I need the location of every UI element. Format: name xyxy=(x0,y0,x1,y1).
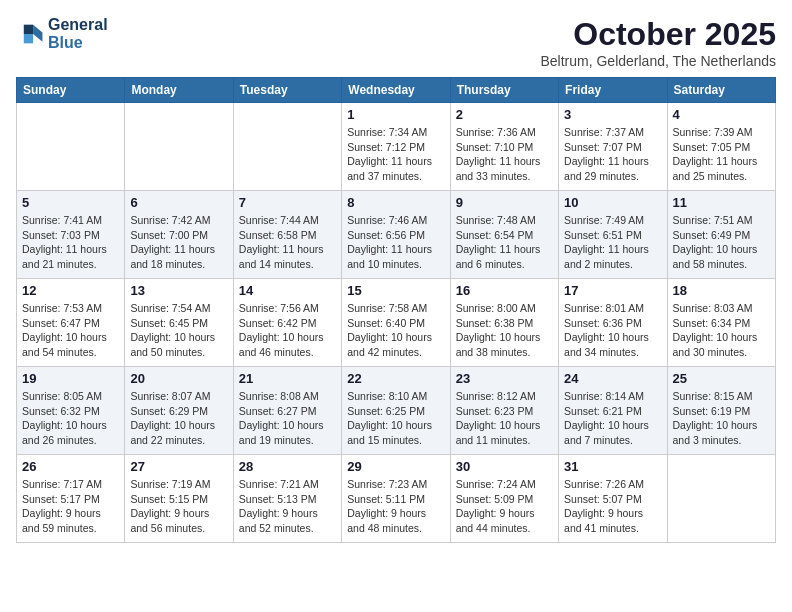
day-info: Sunrise: 7:34 AMSunset: 7:12 PMDaylight:… xyxy=(347,125,444,184)
page-header: General Blue October 2025 Beltrum, Gelde… xyxy=(16,16,776,69)
calendar-cell: 13Sunrise: 7:54 AMSunset: 6:45 PMDayligh… xyxy=(125,279,233,367)
day-number: 3 xyxy=(564,107,661,122)
day-number: 28 xyxy=(239,459,336,474)
subtitle: Beltrum, Gelderland, The Netherlands xyxy=(540,53,776,69)
day-number: 30 xyxy=(456,459,553,474)
col-header-tuesday: Tuesday xyxy=(233,78,341,103)
day-info: Sunrise: 8:15 AMSunset: 6:19 PMDaylight:… xyxy=(673,389,770,448)
day-number: 6 xyxy=(130,195,227,210)
calendar-cell: 26Sunrise: 7:17 AMSunset: 5:17 PMDayligh… xyxy=(17,455,125,543)
calendar-week-3: 12Sunrise: 7:53 AMSunset: 6:47 PMDayligh… xyxy=(17,279,776,367)
calendar-cell: 9Sunrise: 7:48 AMSunset: 6:54 PMDaylight… xyxy=(450,191,558,279)
day-info: Sunrise: 8:01 AMSunset: 6:36 PMDaylight:… xyxy=(564,301,661,360)
day-number: 22 xyxy=(347,371,444,386)
calendar-cell: 24Sunrise: 8:14 AMSunset: 6:21 PMDayligh… xyxy=(559,367,667,455)
svg-marker-3 xyxy=(24,34,33,43)
calendar-cell: 14Sunrise: 7:56 AMSunset: 6:42 PMDayligh… xyxy=(233,279,341,367)
day-info: Sunrise: 7:24 AMSunset: 5:09 PMDaylight:… xyxy=(456,477,553,536)
calendar-cell: 28Sunrise: 7:21 AMSunset: 5:13 PMDayligh… xyxy=(233,455,341,543)
day-info: Sunrise: 7:54 AMSunset: 6:45 PMDaylight:… xyxy=(130,301,227,360)
day-number: 29 xyxy=(347,459,444,474)
day-info: Sunrise: 7:48 AMSunset: 6:54 PMDaylight:… xyxy=(456,213,553,272)
day-number: 14 xyxy=(239,283,336,298)
day-number: 25 xyxy=(673,371,770,386)
calendar-cell: 19Sunrise: 8:05 AMSunset: 6:32 PMDayligh… xyxy=(17,367,125,455)
day-info: Sunrise: 7:41 AMSunset: 7:03 PMDaylight:… xyxy=(22,213,119,272)
day-info: Sunrise: 7:21 AMSunset: 5:13 PMDaylight:… xyxy=(239,477,336,536)
day-number: 1 xyxy=(347,107,444,122)
day-info: Sunrise: 7:51 AMSunset: 6:49 PMDaylight:… xyxy=(673,213,770,272)
day-info: Sunrise: 7:53 AMSunset: 6:47 PMDaylight:… xyxy=(22,301,119,360)
day-info: Sunrise: 7:46 AMSunset: 6:56 PMDaylight:… xyxy=(347,213,444,272)
day-info: Sunrise: 7:42 AMSunset: 7:00 PMDaylight:… xyxy=(130,213,227,272)
col-header-sunday: Sunday xyxy=(17,78,125,103)
day-info: Sunrise: 8:10 AMSunset: 6:25 PMDaylight:… xyxy=(347,389,444,448)
col-header-thursday: Thursday xyxy=(450,78,558,103)
day-info: Sunrise: 7:17 AMSunset: 5:17 PMDaylight:… xyxy=(22,477,119,536)
calendar-cell xyxy=(17,103,125,191)
calendar-cell: 18Sunrise: 8:03 AMSunset: 6:34 PMDayligh… xyxy=(667,279,775,367)
calendar-cell: 20Sunrise: 8:07 AMSunset: 6:29 PMDayligh… xyxy=(125,367,233,455)
calendar-cell: 31Sunrise: 7:26 AMSunset: 5:07 PMDayligh… xyxy=(559,455,667,543)
month-title: October 2025 xyxy=(540,16,776,53)
logo-text: General Blue xyxy=(48,16,108,52)
calendar-week-2: 5Sunrise: 7:41 AMSunset: 7:03 PMDaylight… xyxy=(17,191,776,279)
calendar-cell: 12Sunrise: 7:53 AMSunset: 6:47 PMDayligh… xyxy=(17,279,125,367)
day-info: Sunrise: 7:44 AMSunset: 6:58 PMDaylight:… xyxy=(239,213,336,272)
col-header-saturday: Saturday xyxy=(667,78,775,103)
calendar-cell: 17Sunrise: 8:01 AMSunset: 6:36 PMDayligh… xyxy=(559,279,667,367)
col-header-monday: Monday xyxy=(125,78,233,103)
day-info: Sunrise: 7:23 AMSunset: 5:11 PMDaylight:… xyxy=(347,477,444,536)
day-info: Sunrise: 7:37 AMSunset: 7:07 PMDaylight:… xyxy=(564,125,661,184)
day-info: Sunrise: 7:58 AMSunset: 6:40 PMDaylight:… xyxy=(347,301,444,360)
day-info: Sunrise: 7:56 AMSunset: 6:42 PMDaylight:… xyxy=(239,301,336,360)
calendar-cell: 29Sunrise: 7:23 AMSunset: 5:11 PMDayligh… xyxy=(342,455,450,543)
day-info: Sunrise: 8:08 AMSunset: 6:27 PMDaylight:… xyxy=(239,389,336,448)
calendar-table: SundayMondayTuesdayWednesdayThursdayFrid… xyxy=(16,77,776,543)
day-info: Sunrise: 8:05 AMSunset: 6:32 PMDaylight:… xyxy=(22,389,119,448)
day-number: 11 xyxy=(673,195,770,210)
day-info: Sunrise: 8:14 AMSunset: 6:21 PMDaylight:… xyxy=(564,389,661,448)
calendar-cell: 5Sunrise: 7:41 AMSunset: 7:03 PMDaylight… xyxy=(17,191,125,279)
title-block: October 2025 Beltrum, Gelderland, The Ne… xyxy=(540,16,776,69)
day-number: 5 xyxy=(22,195,119,210)
logo-icon xyxy=(16,20,44,48)
day-number: 18 xyxy=(673,283,770,298)
day-number: 10 xyxy=(564,195,661,210)
calendar-cell: 6Sunrise: 7:42 AMSunset: 7:00 PMDaylight… xyxy=(125,191,233,279)
day-number: 19 xyxy=(22,371,119,386)
day-number: 31 xyxy=(564,459,661,474)
header-row: SundayMondayTuesdayWednesdayThursdayFrid… xyxy=(17,78,776,103)
calendar-cell: 10Sunrise: 7:49 AMSunset: 6:51 PMDayligh… xyxy=(559,191,667,279)
day-info: Sunrise: 8:00 AMSunset: 6:38 PMDaylight:… xyxy=(456,301,553,360)
day-number: 16 xyxy=(456,283,553,298)
day-number: 20 xyxy=(130,371,227,386)
day-number: 15 xyxy=(347,283,444,298)
day-number: 23 xyxy=(456,371,553,386)
day-number: 7 xyxy=(239,195,336,210)
calendar-week-1: 1Sunrise: 7:34 AMSunset: 7:12 PMDaylight… xyxy=(17,103,776,191)
calendar-cell: 11Sunrise: 7:51 AMSunset: 6:49 PMDayligh… xyxy=(667,191,775,279)
day-number: 12 xyxy=(22,283,119,298)
calendar-cell: 23Sunrise: 8:12 AMSunset: 6:23 PMDayligh… xyxy=(450,367,558,455)
calendar-cell: 3Sunrise: 7:37 AMSunset: 7:07 PMDaylight… xyxy=(559,103,667,191)
day-number: 2 xyxy=(456,107,553,122)
logo: General Blue xyxy=(16,16,108,52)
day-info: Sunrise: 7:36 AMSunset: 7:10 PMDaylight:… xyxy=(456,125,553,184)
calendar-week-5: 26Sunrise: 7:17 AMSunset: 5:17 PMDayligh… xyxy=(17,455,776,543)
day-info: Sunrise: 7:19 AMSunset: 5:15 PMDaylight:… xyxy=(130,477,227,536)
calendar-cell xyxy=(125,103,233,191)
day-info: Sunrise: 8:07 AMSunset: 6:29 PMDaylight:… xyxy=(130,389,227,448)
calendar-cell: 30Sunrise: 7:24 AMSunset: 5:09 PMDayligh… xyxy=(450,455,558,543)
calendar-cell: 21Sunrise: 8:08 AMSunset: 6:27 PMDayligh… xyxy=(233,367,341,455)
calendar-cell: 27Sunrise: 7:19 AMSunset: 5:15 PMDayligh… xyxy=(125,455,233,543)
day-info: Sunrise: 7:39 AMSunset: 7:05 PMDaylight:… xyxy=(673,125,770,184)
calendar-cell: 15Sunrise: 7:58 AMSunset: 6:40 PMDayligh… xyxy=(342,279,450,367)
day-info: Sunrise: 7:26 AMSunset: 5:07 PMDaylight:… xyxy=(564,477,661,536)
calendar-cell: 16Sunrise: 8:00 AMSunset: 6:38 PMDayligh… xyxy=(450,279,558,367)
day-number: 13 xyxy=(130,283,227,298)
day-number: 26 xyxy=(22,459,119,474)
day-info: Sunrise: 8:03 AMSunset: 6:34 PMDaylight:… xyxy=(673,301,770,360)
calendar-cell xyxy=(233,103,341,191)
col-header-wednesday: Wednesday xyxy=(342,78,450,103)
